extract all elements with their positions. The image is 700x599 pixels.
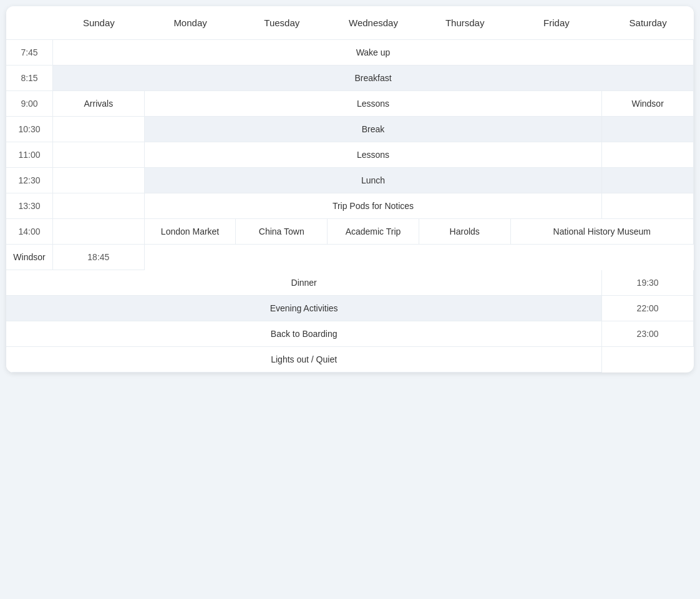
time-2300: 23:00 — [602, 321, 694, 347]
time-815: 8:15 — [6, 66, 53, 91]
header-monday: Monday — [145, 6, 236, 40]
header-sunday: Sunday — [53, 6, 145, 40]
arrivals-1230 — [53, 168, 145, 193]
event-boarding: Back to Boarding — [6, 321, 602, 347]
arrivals-1100 — [53, 142, 145, 168]
time-1030: 10:30 — [6, 117, 53, 142]
windsor-1230 — [602, 168, 694, 193]
event-evening: Evening Activities — [6, 296, 602, 321]
event-lessons-900: Lessons — [145, 91, 603, 117]
time-1330: 13:30 — [6, 193, 53, 219]
arrivals-1400 — [53, 219, 145, 245]
time-1230: 12:30 — [6, 168, 53, 193]
event-arrivals: Arrivals — [53, 91, 145, 117]
event-lightsout: Lights out / Quiet — [6, 347, 602, 373]
event-breakfast: Breakfast — [53, 66, 694, 91]
time-1845: 18:45 — [53, 245, 145, 270]
event-trippods: Trip Pods for Notices — [145, 193, 603, 219]
calendar-container: Sunday Monday Tuesday Wednesday Thursday… — [6, 6, 694, 373]
header-thursday: Thursday — [419, 6, 511, 40]
event-lessons-1100: Lessons — [145, 142, 603, 168]
event-harolds: Harolds — [419, 219, 511, 245]
windsor-1030 — [602, 117, 694, 142]
time-900: 9:00 — [6, 91, 53, 117]
event-london-market: London Market — [145, 219, 236, 245]
header-tuesday: Tuesday — [236, 6, 328, 40]
event-china-town: China Town — [236, 219, 328, 245]
windsor-1400: Windsor — [6, 245, 53, 270]
header-wednesday: Wednesday — [328, 6, 419, 40]
time-1930: 19:30 — [602, 270, 694, 296]
event-national-history: National History Museum — [511, 219, 694, 245]
event-wakeup: Wake up — [53, 40, 694, 66]
windsor-1100 — [602, 142, 694, 168]
event-break: Break — [145, 117, 603, 142]
time-1100: 11:00 — [6, 142, 53, 168]
time-1400: 14:00 — [6, 219, 53, 245]
event-academic-trip: Academic Trip — [328, 219, 419, 245]
header-time — [6, 6, 53, 40]
arrivals-1330 — [53, 193, 145, 219]
time-2200: 22:00 — [602, 296, 694, 321]
event-lunch: Lunch — [145, 168, 603, 193]
time-745: 7:45 — [6, 40, 53, 66]
windsor-1330 — [602, 193, 694, 219]
header-saturday: Saturday — [602, 6, 694, 40]
arrivals-1030 — [53, 117, 145, 142]
event-dinner: Dinner — [6, 270, 602, 296]
event-windsor: Windsor — [602, 91, 694, 117]
calendar-grid: Sunday Monday Tuesday Wednesday Thursday… — [6, 6, 694, 373]
header-friday: Friday — [511, 6, 603, 40]
